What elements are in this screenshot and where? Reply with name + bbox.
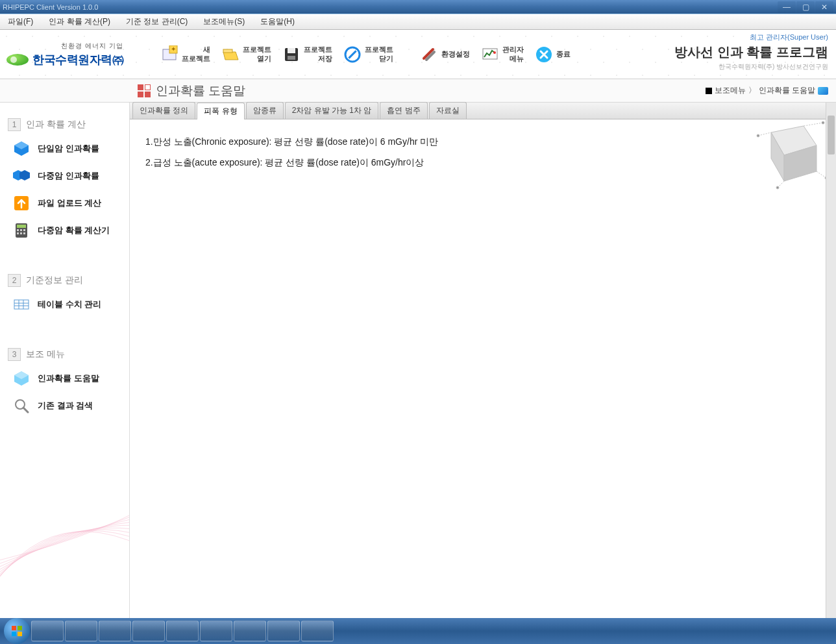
- cube-decoration-icon: [739, 119, 830, 191]
- svg-rect-6: [288, 56, 295, 60]
- toolbar-save-project[interactable]: 프로젝트저장: [278, 42, 336, 67]
- close-button[interactable]: ✕: [815, 1, 833, 13]
- header-right: 최고 관리자(Super User) 방사선 인과 확률 프로그램 한국수력원자…: [674, 32, 828, 71]
- window-title: RHIPEPC Client Version 1.0.0: [3, 3, 98, 11]
- sidebar-item-calculator[interactable]: 다중암 확률 계산기: [0, 217, 129, 244]
- sidebar-item-label: 인과확률 도움말: [38, 373, 99, 384]
- taskbar-item[interactable]: [31, 621, 64, 641]
- taskbar-item[interactable]: [234, 621, 266, 641]
- sidebar-item-label: 테이블 수치 관리: [38, 299, 101, 310]
- sidebar-section-2-header: 2 기준정보 관리: [0, 270, 129, 291]
- taskbar-item[interactable]: [65, 621, 97, 641]
- toolbar-label: 프로젝트닫기: [365, 45, 393, 62]
- svg-rect-24: [23, 232, 25, 234]
- taskbar-item[interactable]: [132, 621, 165, 641]
- taskbar-item[interactable]: [301, 621, 334, 641]
- sidebar-decoration: [0, 423, 130, 618]
- logo-tagline: 친환경 에너지 기업: [6, 42, 123, 51]
- settings-icon: [419, 45, 439, 64]
- toolbar-new-project[interactable]: ✦ 새프로젝트: [156, 42, 214, 67]
- admin-menu-icon: [480, 45, 500, 64]
- breadcrumb-square-icon: [706, 88, 712, 94]
- cube-blue-icon: [13, 140, 30, 157]
- sidebar-item-label: 다중암 확률 계산기: [38, 225, 110, 236]
- sidebar-item-multi-cancer[interactable]: 다중암 인과확률: [0, 162, 129, 190]
- maximize-button[interactable]: ▢: [796, 1, 815, 13]
- menu-file[interactable]: 파일(F): [5, 15, 36, 29]
- window-titlebar: RHIPEPC Client Version 1.0.0 — ▢ ✕: [0, 0, 836, 14]
- sidebar-section-title: 기준정보 관리: [26, 275, 83, 286]
- toolbar-admin-menu[interactable]: 관리자메뉴: [476, 42, 528, 67]
- taskbar-item[interactable]: [267, 621, 300, 641]
- minimize-button[interactable]: —: [778, 1, 796, 13]
- sidebar: 1 인과 확률 계산 단일암 인과확률 다중암 인과확률 파일 업로드 계산 다…: [0, 103, 130, 618]
- tab-reference[interactable]: 자료실: [429, 102, 467, 119]
- cubes-blue-icon: [13, 167, 30, 184]
- program-subtitle: 한국수력원자력(주) 방사선보건연구원: [674, 62, 828, 71]
- content: 인과확률 정의 피폭 유형 암종류 2차암 유발 가능 1차 암 흡연 범주 자…: [130, 103, 836, 618]
- svg-rect-46: [12, 626, 16, 630]
- search-icon: [13, 397, 30, 414]
- svg-rect-47: [18, 626, 22, 630]
- sidebar-section-num: 3: [8, 348, 21, 361]
- tab-definition[interactable]: 인과확률 정의: [132, 102, 195, 119]
- menu-aux[interactable]: 보조메뉴(S): [201, 15, 247, 29]
- logo-icon: [6, 54, 29, 66]
- tab-smoking[interactable]: 흡연 범주: [380, 102, 427, 119]
- toolbar-open-project[interactable]: 프로젝트열기: [217, 42, 275, 67]
- sidebar-section-3-header: 3 보조 메뉴: [0, 344, 129, 365]
- header: 친환경 에너지 기업 한국수력원자력㈜ ✦ 새프로젝트 프로젝트열기 프로젝트저…: [0, 30, 836, 79]
- menu-help[interactable]: 도움말(H): [258, 15, 297, 29]
- tab-secondary-cancer[interactable]: 2차암 유발 가능 1차 암: [285, 102, 379, 119]
- page-title-row: 인과확률 도움말 보조메뉴 〉 인과확률 도움말: [0, 79, 836, 103]
- logo-block: 친환경 에너지 기업 한국수력원자력㈜: [6, 42, 123, 68]
- program-title: 방사선 인과 확률 프로그램: [674, 43, 828, 61]
- breadcrumb: 보조메뉴 〉 인과확률 도움말: [706, 85, 828, 96]
- breadcrumb-page-icon: [818, 87, 828, 95]
- toolbar-close-project[interactable]: 프로젝트닫기: [339, 42, 397, 67]
- page-title-icon: [138, 84, 151, 97]
- logo-company: 한국수력원자력㈜: [32, 52, 123, 68]
- new-project-icon: ✦: [160, 45, 179, 64]
- taskbar-item[interactable]: [200, 621, 232, 641]
- tab-cancer-types[interactable]: 암종류: [246, 102, 284, 119]
- sidebar-item-single-cancer[interactable]: 단일암 인과확률: [0, 135, 129, 162]
- menu-calc[interactable]: 인과 확률 계산(P): [46, 15, 113, 29]
- exit-icon: [534, 45, 554, 64]
- vertical-scrollbar[interactable]: [826, 103, 836, 618]
- breadcrumb-parent[interactable]: 보조메뉴: [715, 85, 746, 96]
- taskbar-item[interactable]: [166, 621, 199, 641]
- cube-light-icon: [13, 370, 30, 387]
- windows-logo-icon: [10, 624, 24, 638]
- toolbar-label: 프로젝트열기: [243, 45, 271, 62]
- svg-rect-19: [17, 229, 19, 231]
- sidebar-item-table-mgmt[interactable]: 테이블 수치 관리: [0, 291, 129, 318]
- menu-info[interactable]: 기준 정보 관리(C): [123, 15, 190, 29]
- close-project-icon: [343, 45, 362, 64]
- tab-exposure-type[interactable]: 피폭 유형: [197, 103, 244, 119]
- tabs: 인과확률 정의 피폭 유형 암종류 2차암 유발 가능 1차 암 흡연 범주 자…: [130, 103, 836, 119]
- svg-rect-18: [17, 225, 26, 228]
- sidebar-item-help[interactable]: 인과확률 도움말: [0, 365, 129, 392]
- toolbar-exit[interactable]: 종료: [530, 42, 574, 67]
- sidebar-item-file-upload[interactable]: 파일 업로드 계산: [0, 190, 129, 217]
- breadcrumb-separator: 〉: [748, 85, 756, 96]
- sidebar-item-search-results[interactable]: 기존 결과 검색: [0, 392, 129, 419]
- start-button[interactable]: [4, 618, 30, 644]
- svg-rect-48: [12, 632, 16, 636]
- sidebar-section-title: 인과 확률 계산: [26, 119, 86, 130]
- svg-rect-3: [223, 49, 232, 53]
- svg-line-8: [349, 51, 356, 58]
- scrollbar-thumb[interactable]: [828, 116, 835, 155]
- sidebar-item-label: 기존 결과 검색: [38, 400, 93, 412]
- svg-rect-21: [23, 229, 25, 231]
- toolbar-settings[interactable]: 환경설정: [415, 42, 474, 67]
- sidebar-section-1-header: 1 인과 확률 계산: [0, 114, 129, 135]
- taskbar-item[interactable]: [99, 621, 131, 641]
- svg-line-33: [23, 408, 28, 412]
- taskbar: [0, 618, 836, 644]
- content-line-1: 1.만성 노출(Chronic exposure): 평균 선량 률(dose …: [145, 132, 820, 151]
- save-project-icon: [282, 45, 301, 64]
- menubar: 파일(F) 인과 확률 계산(P) 기준 정보 관리(C) 보조메뉴(S) 도움…: [0, 14, 836, 30]
- svg-rect-22: [17, 232, 19, 234]
